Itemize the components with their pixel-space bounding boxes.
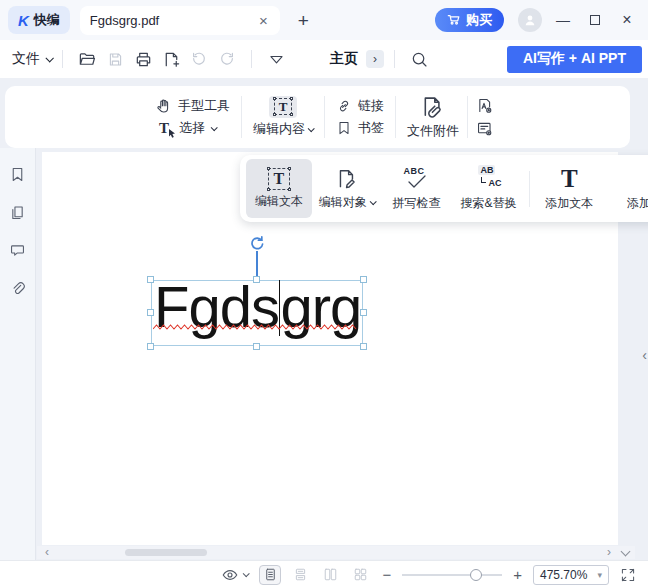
zoom-slider-track[interactable]: [402, 574, 502, 576]
tab-close-icon[interactable]: ×: [257, 12, 270, 29]
link-label: 链接: [358, 97, 384, 115]
right-panel-collapse-icon[interactable]: ‹: [642, 347, 647, 363]
edit-content-label: 编辑内容: [253, 120, 305, 138]
resize-handle-sw[interactable]: [147, 343, 154, 350]
resize-handle-n[interactable]: [253, 276, 260, 283]
new-tab-button[interactable]: +: [298, 11, 309, 30]
divider: [395, 96, 396, 138]
statusbar: − + 475.70% ▾: [0, 560, 648, 588]
facing-mode-button[interactable]: [319, 565, 341, 585]
divider: [241, 96, 242, 138]
add-page-button[interactable]: [159, 48, 183, 70]
file-menu[interactable]: 文件: [12, 50, 52, 68]
add-text-button[interactable]: T 添加文本: [534, 159, 604, 218]
zoom-slider-thumb[interactable]: [470, 569, 482, 581]
view-options-button[interactable]: [221, 566, 248, 584]
hand-tool-button[interactable]: 手型工具: [155, 97, 230, 115]
user-icon: [522, 12, 538, 28]
resize-handle-ne[interactable]: [360, 276, 367, 283]
chevron-down-icon: [243, 570, 250, 577]
facing-continuous-mode-button[interactable]: [349, 565, 371, 585]
attachments-panel-icon[interactable]: [9, 280, 26, 297]
add-more-label: 添加: [627, 195, 648, 212]
save-button[interactable]: [103, 48, 127, 70]
search-replace-button[interactable]: AB AC 搜索&替换: [452, 159, 526, 218]
maximize-button[interactable]: [584, 12, 606, 28]
facing-pages-icon: [323, 567, 338, 582]
spell-check-button[interactable]: ABC 拼写检查: [382, 159, 452, 218]
save-icon: [107, 51, 124, 68]
add-more-button[interactable]: T 添加: [604, 159, 648, 218]
redo-button[interactable]: [215, 48, 239, 70]
spellcheck-squiggle: [153, 323, 360, 332]
quick-tools-dropdown[interactable]: [264, 48, 288, 70]
divider: [529, 171, 530, 207]
bookmarks-panel-icon[interactable]: [9, 166, 26, 183]
select-tool-button[interactable]: T 选择: [155, 119, 230, 137]
resize-handle-nw[interactable]: [147, 276, 154, 283]
undo-button[interactable]: [187, 48, 211, 70]
app-logo-icon: K: [18, 12, 29, 29]
print-button[interactable]: [131, 48, 155, 70]
buy-label: 购买: [466, 11, 492, 29]
search-icon: [410, 50, 429, 69]
resize-handle-w[interactable]: [147, 309, 154, 316]
tab-home[interactable]: 主页: [330, 50, 358, 68]
file-attachment-button[interactable]: 文件附件: [407, 94, 459, 140]
resize-handle-s[interactable]: [253, 343, 260, 350]
zoom-in-button[interactable]: +: [513, 566, 522, 583]
scroll-left-icon[interactable]: ‹: [45, 546, 49, 559]
search-button[interactable]: [407, 48, 431, 70]
divider: [324, 96, 325, 138]
chevron-down-icon: [308, 125, 315, 132]
resize-handle-e[interactable]: [360, 309, 367, 316]
form-list-icon[interactable]: [476, 120, 493, 137]
horizontal-scrollbar[interactable]: ‹ ›: [37, 546, 635, 559]
pages-panel-icon[interactable]: [9, 204, 26, 221]
select-tool-label: 选择: [179, 119, 205, 137]
edit-object-button[interactable]: 编辑对象: [312, 159, 382, 218]
buy-button[interactable]: 购买: [435, 8, 504, 32]
zoom-slider[interactable]: [402, 568, 502, 582]
selected-text-object[interactable]: Fgdsgrg: [151, 280, 363, 346]
scroll-right-icon[interactable]: ›: [607, 546, 611, 559]
zoom-level-value: 475.70%: [540, 568, 591, 582]
hand-icon: [155, 98, 172, 115]
spell-check-label: 拼写检查: [393, 195, 441, 212]
document-tab[interactable]: Fgdsgrg.pdf ×: [80, 6, 280, 35]
bookmark-button[interactable]: 书签: [336, 119, 384, 137]
fullscreen-icon[interactable]: [620, 567, 636, 583]
app-name: 快编: [34, 11, 60, 29]
single-page-mode-button[interactable]: [259, 565, 281, 585]
hand-tool-label: 手型工具: [178, 97, 230, 115]
eye-icon: [221, 566, 239, 584]
nabla-chevron-icon: [268, 51, 285, 68]
minimize-button[interactable]: —: [552, 12, 574, 28]
link-button[interactable]: 链接: [336, 97, 384, 115]
scroll-down-icon[interactable]: [621, 547, 631, 557]
resize-handle-se[interactable]: [360, 343, 367, 350]
close-button[interactable]: ×: [616, 11, 638, 29]
rotate-handle-icon[interactable]: [249, 235, 265, 255]
avatar[interactable]: [518, 8, 542, 32]
select-cursor-icon: T: [155, 120, 173, 136]
search-replace-label: 搜索&替换: [460, 195, 516, 212]
horizontal-scroll-thumb[interactable]: [125, 549, 207, 556]
zoom-level-select[interactable]: 475.70% ▾: [533, 565, 609, 585]
continuous-mode-button[interactable]: [289, 565, 311, 585]
document-tab-title: Fgdsgrg.pdf: [90, 13, 257, 28]
text-recognize-icon[interactable]: [476, 97, 493, 114]
edit-text-button[interactable]: T 编辑文本: [246, 159, 312, 218]
ribbon-expand-button[interactable]: ›: [366, 50, 384, 68]
ai-writer-button[interactable]: AI写作 + AI PPT: [507, 46, 642, 73]
folder-open-icon: [78, 50, 97, 69]
edit-text-label: 编辑文本: [255, 193, 303, 210]
tool-group-misc: [476, 97, 493, 137]
app-logo[interactable]: K 快编: [8, 6, 70, 34]
edit-content-icon: T: [274, 98, 293, 115]
edit-content-button[interactable]: T 编辑内容: [253, 96, 313, 138]
divider: [467, 96, 468, 138]
comments-panel-icon[interactable]: [9, 242, 26, 259]
zoom-out-button[interactable]: −: [382, 566, 391, 583]
open-file-button[interactable]: [75, 48, 99, 70]
